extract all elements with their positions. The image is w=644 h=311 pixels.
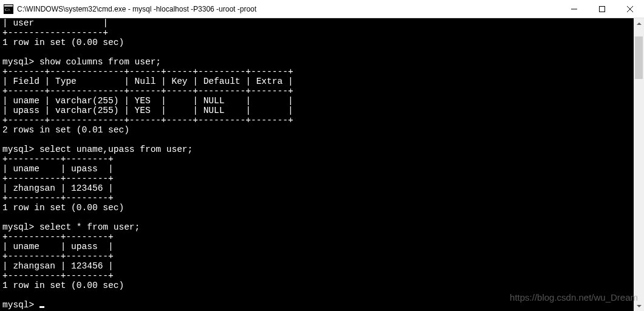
scroll-up-icon[interactable] xyxy=(634,18,644,29)
svg-text:C:\: C:\ xyxy=(5,7,10,12)
window-titlebar: C:\ C:\WINDOWS\system32\cmd.exe - mysql … xyxy=(0,0,644,18)
scroll-thumb[interactable] xyxy=(635,36,643,79)
window-title: C:\WINDOWS\system32\cmd.exe - mysql -hlo… xyxy=(17,5,560,13)
window-controls xyxy=(560,0,644,18)
cmd-icon: C:\ xyxy=(4,4,13,14)
vertical-scrollbar[interactable] xyxy=(634,18,644,311)
terminal-output[interactable]: | user | +------------------+ 1 row in s… xyxy=(0,18,634,311)
scroll-down-icon[interactable] xyxy=(634,301,644,311)
terminal-container: | user | +------------------+ 1 row in s… xyxy=(0,18,644,311)
svg-rect-4 xyxy=(600,7,605,12)
svg-rect-1 xyxy=(4,5,13,7)
cursor-icon xyxy=(39,306,44,308)
close-button[interactable] xyxy=(616,0,644,18)
minimize-button[interactable] xyxy=(560,0,588,18)
maximize-button[interactable] xyxy=(588,0,616,18)
